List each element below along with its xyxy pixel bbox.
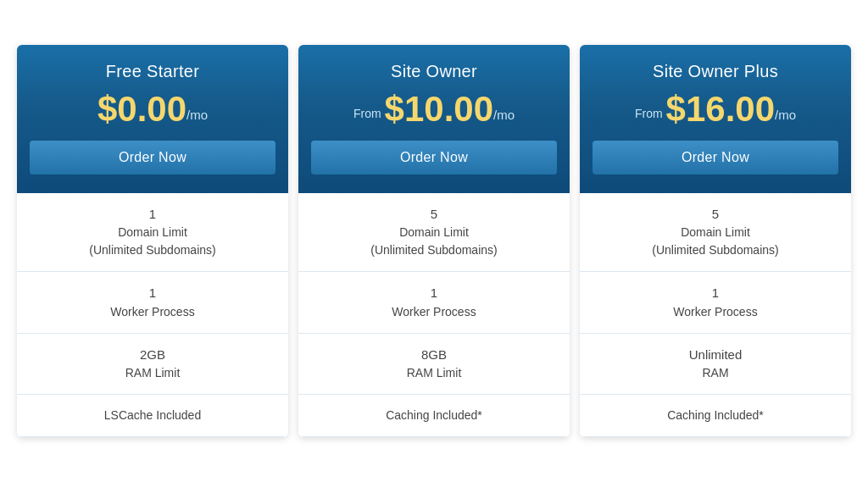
price-amount-site-owner-plus: $16.00 — [666, 91, 775, 127]
feature-value-site-owner-plus-0: 5 — [593, 205, 838, 224]
feature-item-free-starter-1: 1Worker Process — [17, 272, 288, 334]
feature-value-site-owner-plus-1: 1 — [593, 284, 838, 303]
feature-item-site-owner-plus-1: 1Worker Process — [580, 272, 851, 334]
feature-value-free-starter-0: 1 — [30, 205, 275, 224]
card-features-free-starter: 1Domain Limit(Unlimited Subdomains)1Work… — [17, 193, 288, 438]
feature-label-site-owner-plus-0: Domain Limit — [593, 224, 838, 241]
pricing-container: Free Starter$0.00/moOrder Now1Domain Lim… — [8, 36, 860, 446]
feature-label-site-owner-2: RAM Limit — [311, 364, 557, 382]
feature-label-free-starter-0: Domain Limit — [30, 224, 275, 241]
card-header-free-starter: Free Starter$0.00/moOrder Now — [17, 45, 288, 193]
plan-name-free-starter: Free Starter — [30, 62, 275, 81]
card-features-site-owner-plus: 5Domain Limit(Unlimited Subdomains)1Work… — [580, 193, 851, 438]
feature-label-site-owner-plus-2: RAM — [593, 364, 838, 382]
feature-item-site-owner-2: 8GBRAM Limit — [298, 334, 570, 396]
feature-item-site-owner-plus-2: UnlimitedRAM — [580, 334, 851, 396]
feature-item-free-starter-0: 1Domain Limit(Unlimited Subdomains) — [17, 193, 288, 273]
feature-label-free-starter-2: RAM Limit — [30, 364, 275, 382]
order-button-site-owner-plus[interactable]: Order Now — [593, 141, 838, 175]
price-row-site-owner: From$10.00/mo — [311, 91, 557, 127]
card-header-site-owner: Site OwnerFrom$10.00/moOrder Now — [298, 45, 570, 193]
feature-label-site-owner-plus-1: Worker Process — [593, 303, 838, 321]
feature-label-site-owner-0: (Unlimited Subdomains) — [311, 241, 557, 259]
order-button-site-owner[interactable]: Order Now — [311, 141, 557, 175]
plan-name-site-owner-plus: Site Owner Plus — [593, 62, 838, 81]
feature-label-free-starter-3: LSCache Included — [30, 407, 275, 424]
pricing-card-site-owner: Site OwnerFrom$10.00/moOrder Now5Domain … — [298, 45, 570, 438]
feature-label-site-owner-3: Caching Included* — [311, 407, 557, 424]
feature-label-free-starter-0: (Unlimited Subdomains) — [30, 241, 275, 259]
price-period-site-owner-plus: /mo — [775, 108, 796, 122]
price-period-free-starter: /mo — [186, 108, 208, 122]
price-from-label-site-owner-plus: From — [635, 107, 663, 120]
feature-label-site-owner-plus-3: Caching Included* — [593, 407, 838, 424]
feature-label-free-starter-1: Worker Process — [30, 303, 275, 321]
feature-value-site-owner-1: 1 — [311, 284, 557, 303]
price-amount-site-owner: $10.00 — [385, 91, 493, 127]
feature-label-site-owner-1: Worker Process — [311, 303, 557, 321]
feature-label-site-owner-plus-0: (Unlimited Subdomains) — [593, 241, 838, 259]
feature-value-site-owner-2: 8GB — [311, 346, 557, 365]
feature-value-free-starter-1: 1 — [30, 284, 275, 303]
feature-item-site-owner-0: 5Domain Limit(Unlimited Subdomains) — [298, 193, 570, 273]
card-header-site-owner-plus: Site Owner PlusFrom$16.00/moOrder Now — [580, 45, 851, 193]
feature-item-free-starter-3: LSCache Included — [17, 395, 288, 437]
price-row-free-starter: $0.00/mo — [30, 91, 275, 127]
price-period-site-owner: /mo — [493, 108, 515, 122]
order-button-free-starter[interactable]: Order Now — [30, 141, 275, 175]
feature-item-free-starter-2: 2GBRAM Limit — [17, 334, 288, 396]
feature-value-site-owner-plus-2: Unlimited — [593, 346, 838, 365]
card-features-site-owner: 5Domain Limit(Unlimited Subdomains)1Work… — [298, 193, 570, 438]
feature-label-site-owner-0: Domain Limit — [311, 224, 557, 241]
feature-value-site-owner-0: 5 — [311, 205, 557, 224]
pricing-card-site-owner-plus: Site Owner PlusFrom$16.00/moOrder Now5Do… — [580, 45, 851, 438]
price-from-label-site-owner: From — [353, 107, 381, 120]
feature-item-site-owner-1: 1Worker Process — [298, 272, 570, 334]
plan-name-site-owner: Site Owner — [311, 62, 557, 81]
feature-item-site-owner-plus-0: 5Domain Limit(Unlimited Subdomains) — [580, 193, 851, 273]
feature-item-site-owner-3: Caching Included* — [298, 395, 570, 437]
feature-value-free-starter-2: 2GB — [30, 346, 275, 365]
price-row-site-owner-plus: From$16.00/mo — [593, 91, 838, 127]
price-amount-free-starter: $0.00 — [97, 91, 186, 127]
pricing-card-free-starter: Free Starter$0.00/moOrder Now1Domain Lim… — [17, 45, 288, 438]
feature-item-site-owner-plus-3: Caching Included* — [580, 395, 851, 437]
